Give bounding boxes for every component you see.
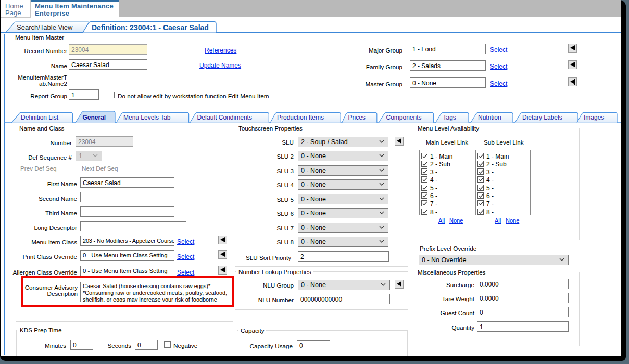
svg-text:Tags: Tags	[443, 114, 456, 121]
svg-text:Definition: 23004:1 - Caesar S: Definition: 23004:1 - Caesar Salad	[92, 23, 209, 32]
svg-text:Menu Levels Tab: Menu Levels Tab	[123, 114, 171, 121]
svg-text:Production Items: Production Items	[277, 114, 324, 121]
svg-text:Nutrition: Nutrition	[478, 114, 501, 121]
svg-text:Definition List: Definition List	[21, 114, 59, 121]
svg-text:Dietary Labels: Dietary Labels	[522, 114, 562, 121]
svg-text:Images: Images	[584, 114, 604, 121]
svg-text:Components: Components	[386, 114, 422, 121]
svg-text:Search/Table View: Search/Table View	[17, 23, 73, 31]
svg-text:General: General	[83, 114, 106, 121]
svg-text:Default Condiments: Default Condiments	[197, 114, 252, 121]
svg-text:Prices: Prices	[348, 114, 366, 121]
